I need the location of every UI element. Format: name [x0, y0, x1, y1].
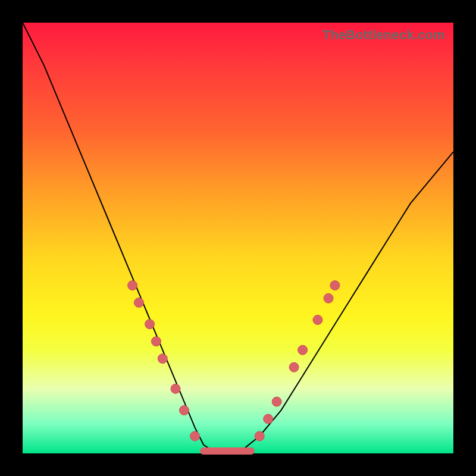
data-marker — [134, 298, 143, 308]
data-marker — [171, 384, 180, 393]
data-marker — [264, 414, 273, 424]
data-marker — [272, 397, 281, 406]
markers-left-group — [128, 281, 200, 441]
data-marker — [289, 362, 299, 372]
data-marker — [324, 293, 333, 303]
data-marker — [145, 320, 155, 329]
data-marker — [151, 337, 161, 346]
data-marker — [255, 431, 264, 441]
data-marker — [313, 315, 322, 325]
chart-frame: TheBottleneck.com — [0, 0, 476, 476]
data-marker — [158, 354, 167, 364]
data-marker — [128, 281, 137, 290]
data-marker — [298, 345, 308, 355]
markers-right-group — [255, 281, 340, 441]
data-marker — [180, 406, 189, 415]
data-marker — [190, 431, 200, 441]
plot-area: TheBottleneck.com — [23, 23, 453, 453]
curve-svg — [23, 23, 453, 453]
bottleneck-curve — [23, 23, 453, 453]
data-marker — [330, 281, 340, 290]
